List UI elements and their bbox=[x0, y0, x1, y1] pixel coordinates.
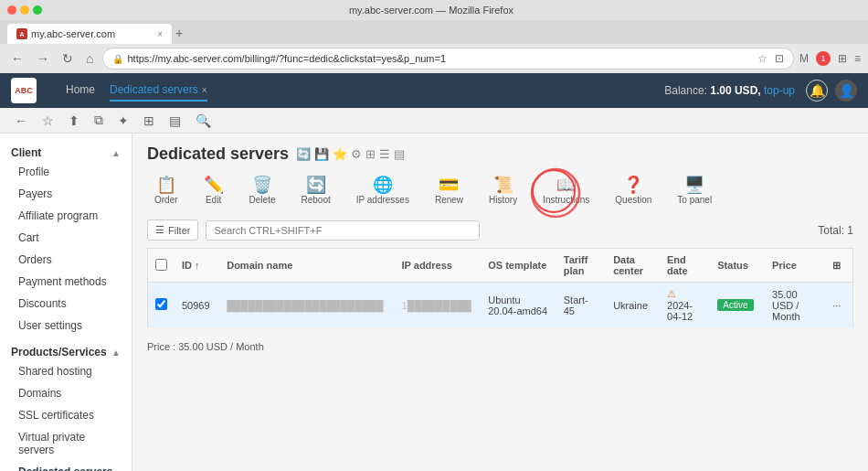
question-button[interactable]: ❓ Question bbox=[608, 173, 659, 209]
table-icon[interactable]: ▤ bbox=[394, 147, 405, 161]
toolbar-table-button[interactable]: ⊞ bbox=[140, 112, 158, 130]
sidebar-item-discounts[interactable]: Discounts bbox=[0, 293, 132, 315]
instructions-button[interactable]: 📖 Instructions bbox=[535, 173, 597, 209]
renew-button[interactable]: 💳 Renew bbox=[428, 173, 471, 209]
delete-icon: 🗑️ bbox=[252, 177, 272, 193]
gmail-icon[interactable]: M bbox=[799, 52, 809, 65]
order-icon: 📋 bbox=[156, 177, 176, 193]
history-button[interactable]: 📜 History bbox=[482, 173, 524, 209]
refresh-icon[interactable]: 🔄 bbox=[296, 147, 311, 161]
settings-icon[interactable]: ⚙ bbox=[351, 147, 362, 161]
col-header-os[interactable]: OS template bbox=[481, 249, 556, 283]
notifications-icon[interactable]: 1 bbox=[816, 51, 831, 66]
col-header-id[interactable]: ID ↑ bbox=[175, 249, 219, 283]
col-header-price[interactable]: Price bbox=[765, 249, 825, 283]
sidebar-section-client[interactable]: Client ▲ bbox=[0, 141, 132, 161]
sidebar-item-vps[interactable]: Virtual private servers bbox=[0, 426, 132, 461]
share-icon[interactable]: ⊡ bbox=[775, 52, 784, 65]
col-header-domain[interactable]: Domain name bbox=[219, 249, 394, 283]
notifications-bell-icon[interactable]: 🔔 bbox=[806, 80, 828, 102]
close-control[interactable] bbox=[7, 5, 16, 15]
col-header-end-date[interactable]: End date bbox=[660, 249, 710, 283]
row-domain: ██████████████████████ bbox=[219, 283, 394, 328]
sidebar-item-affiliate[interactable]: Affiliate program bbox=[0, 205, 132, 227]
star-icon[interactable]: ☆ bbox=[757, 52, 767, 65]
table-row[interactable]: 50969 ██████████████████████ 1█████████ … bbox=[148, 283, 853, 328]
sidebar-item-orders[interactable]: Orders bbox=[0, 249, 132, 271]
col-header-status[interactable]: Status bbox=[710, 249, 765, 283]
sidebar-item-user-settings[interactable]: User settings bbox=[0, 315, 132, 337]
sidebar-item-payment-methods[interactable]: Payment methods bbox=[0, 271, 132, 293]
filter-button[interactable]: ☰ Filter bbox=[147, 219, 198, 241]
warning-icon: ⚠ bbox=[667, 288, 676, 299]
list-icon[interactable]: ☰ bbox=[379, 147, 390, 161]
menu-icon[interactable]: ≡ bbox=[854, 52, 861, 65]
tab-close-button[interactable]: × bbox=[157, 29, 163, 39]
browser-titlebar: my.abc-server.com — Mozilla Firefox bbox=[0, 0, 868, 20]
forward-button[interactable]: → bbox=[33, 49, 53, 68]
to-panel-button[interactable]: 🖥️ To panel bbox=[670, 173, 719, 209]
toolbar-share-button[interactable]: ⬆ bbox=[65, 112, 83, 130]
action-toolbar: 📋 Order ✏️ Edit 🗑️ Delete 🔄 Reboot 🌐 IP … bbox=[147, 173, 853, 209]
table-header: ID ↑ Domain name IP address OS template … bbox=[148, 249, 853, 283]
sidebar-item-profile[interactable]: Profile bbox=[0, 161, 132, 183]
row-checkbox[interactable] bbox=[155, 298, 167, 310]
order-button[interactable]: 📋 Order bbox=[147, 173, 185, 209]
sidebar-discounts-label: Discounts bbox=[18, 297, 67, 310]
extensions-icon[interactable]: ⊞ bbox=[838, 52, 847, 65]
maximize-control[interactable] bbox=[33, 5, 42, 15]
star-icon[interactable]: ⭐ bbox=[333, 147, 347, 161]
toolbar-bookmark-button[interactable]: ☆ bbox=[38, 112, 58, 130]
search-input[interactable] bbox=[206, 220, 480, 241]
products-section-arrow: ▲ bbox=[111, 348, 121, 358]
ip-addresses-button[interactable]: 🌐 IP addresses bbox=[349, 173, 417, 209]
browser-tab-active[interactable]: A my.abc-server.com × bbox=[7, 24, 172, 44]
user-avatar[interactable]: 👤 bbox=[835, 80, 857, 102]
dedicated-servers-nav-tab[interactable]: Dedicated servers × bbox=[110, 80, 207, 102]
delete-button[interactable]: 🗑️ Delete bbox=[242, 173, 283, 209]
toolbar-settings-button[interactable]: 🔍 bbox=[192, 112, 215, 130]
row-price: 35.00 USD / Month bbox=[765, 283, 825, 328]
sidebar-item-shared-hosting[interactable]: Shared hosting bbox=[0, 360, 132, 382]
edit-icon: ✏️ bbox=[204, 177, 224, 193]
save-icon[interactable]: 💾 bbox=[314, 147, 329, 161]
sidebar-item-dedicated-servers[interactable]: Dedicated servers bbox=[0, 461, 132, 471]
toolbar-star-button[interactable]: ✦ bbox=[114, 112, 132, 130]
sidebar-item-domains[interactable]: Domains bbox=[0, 382, 132, 404]
minimize-control[interactable] bbox=[20, 5, 29, 15]
tab-favicon: A bbox=[16, 28, 27, 39]
new-tab-button[interactable]: + bbox=[172, 22, 186, 44]
toolbar-grid-button[interactable]: ▤ bbox=[165, 112, 185, 130]
reboot-icon: 🔄 bbox=[306, 177, 326, 193]
col-header-tariff[interactable]: Tariff plan bbox=[556, 249, 606, 283]
sidebar-item-ssl[interactable]: SSL certificates bbox=[0, 404, 132, 426]
sidebar-item-payers[interactable]: Payers bbox=[0, 183, 132, 205]
home-nav-link[interactable]: Home bbox=[66, 80, 95, 102]
row-end-date: ⚠ 2024-04-12 bbox=[660, 283, 710, 328]
row-actions[interactable]: ··· bbox=[825, 283, 852, 328]
sidebar-item-cart[interactable]: Cart bbox=[0, 227, 132, 249]
dedicated-servers-nav-label: Dedicated servers bbox=[110, 83, 198, 96]
client-section-title: Client bbox=[11, 146, 41, 159]
dedicated-servers-tab-close[interactable]: × bbox=[202, 85, 207, 95]
col-header-actions: ⊞ bbox=[825, 249, 852, 283]
col-header-datacenter[interactable]: Data center bbox=[606, 249, 660, 283]
edit-button[interactable]: ✏️ Edit bbox=[196, 173, 231, 209]
browser-right-controls: M 1 ⊞ ≡ bbox=[799, 51, 861, 66]
col-header-ip[interactable]: IP address bbox=[395, 249, 482, 283]
reload-button[interactable]: ↻ bbox=[58, 49, 77, 68]
reboot-button[interactable]: 🔄 Reboot bbox=[293, 173, 337, 209]
reboot-label: Reboot bbox=[301, 195, 330, 205]
toolbar-back-button[interactable]: ← bbox=[11, 112, 31, 130]
address-actions: ☆ ⊡ bbox=[757, 52, 784, 65]
view-toggle-icon[interactable]: ⊞ bbox=[365, 147, 376, 161]
instructions-label: Instructions bbox=[543, 195, 589, 205]
address-bar[interactable]: 🔒 https://my.abc-server.com/billing#/?fu… bbox=[102, 48, 794, 70]
toolbar-copy-button[interactable]: ⧉ bbox=[90, 111, 107, 130]
back-button[interactable]: ← bbox=[7, 49, 27, 68]
topup-link[interactable]: top-up bbox=[764, 84, 795, 97]
select-all-checkbox[interactable] bbox=[155, 259, 167, 271]
sidebar-section-products[interactable]: Products/Services ▲ bbox=[0, 340, 132, 360]
status-badge: Active bbox=[717, 299, 753, 311]
home-button[interactable]: ⌂ bbox=[82, 49, 97, 68]
